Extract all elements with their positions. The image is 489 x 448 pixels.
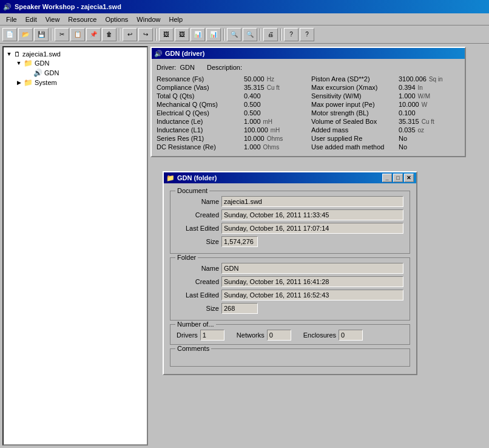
drivers-input[interactable] [200, 330, 224, 341]
doc-lastedited-input[interactable] [221, 223, 403, 234]
folder-size-input[interactable] [221, 303, 258, 314]
folder-created-label: Created [177, 278, 219, 285]
driver-left-col: Resonance (Fs) 50.000 Hz Compliance (Vas… [157, 75, 305, 151]
tree-toggle-zajecia1[interactable]: ▼ [6, 51, 12, 57]
toolbar-zoom-in[interactable]: 🔍 [227, 28, 241, 41]
toolbar-img1[interactable]: 🖼 [159, 28, 174, 41]
toolbar-redo[interactable]: ↪ [138, 28, 153, 41]
driver-header-desc: Description: [207, 64, 242, 71]
driver-field-mass: Added mass 0.035 oz [311, 126, 460, 134]
folder-titlebar: 📁 GDN (folder) _ □ ✕ [164, 172, 416, 183]
toolbar-sep4 [223, 29, 224, 41]
driver-unit-le: mH [263, 118, 273, 125]
folder-win-controls: _ □ ✕ [382, 174, 414, 182]
menu-window[interactable]: Window [133, 15, 164, 24]
toolbar-sep3 [155, 29, 157, 41]
folder-maximize-btn[interactable]: □ [393, 174, 403, 182]
toolbar-paste[interactable]: 📌 [86, 28, 101, 41]
tree-toggle-gdn[interactable]: ▼ [16, 60, 22, 66]
folder-group: Folder Name Created Last Edited Size [170, 257, 410, 321]
toolbar-save[interactable]: 💾 [34, 28, 49, 41]
toolbar-about[interactable]: ? [300, 28, 314, 41]
menu-help[interactable]: Help [165, 15, 186, 24]
doc-size-input[interactable] [221, 236, 258, 247]
driver-win-title: GDN (driver) [165, 50, 204, 57]
doc-name-input[interactable] [221, 196, 403, 207]
toolbar-img2[interactable]: 🖼 [175, 28, 189, 41]
driver-value-bl: 0.100 [399, 109, 416, 117]
driver-unit-vsb: Cu ft [422, 118, 434, 125]
driver-label-qts: Total Q (Qts) [157, 92, 241, 100]
desc-lbl: Description: [207, 64, 242, 71]
title-bar-icon: 🔊 [3, 3, 12, 11]
doc-size-label: Size [177, 238, 219, 245]
tree-toggle-system[interactable]: ▶ [16, 80, 22, 86]
tree-item-gdn-speaker[interactable]: 🔊 GDN [25, 68, 144, 78]
folder-name-input[interactable] [221, 263, 403, 274]
doc-created-row: Created [177, 209, 403, 220]
toolbar-delete[interactable]: 🗑 [102, 28, 116, 41]
driver-unit-mass: oz [418, 127, 425, 134]
driver-field-fs: Resonance (Fs) 50.000 Hz [157, 75, 305, 83]
folder-minimize-btn[interactable]: _ [382, 174, 392, 182]
driver-label-fs: Resonance (Fs) [157, 75, 241, 83]
driver-value-qms: 0.500 [244, 101, 261, 108]
driver-value-sd: 3100.006 [399, 75, 427, 83]
menu-options[interactable]: Options [101, 15, 132, 24]
driver-unit-re: Ohms [263, 144, 280, 151]
driver-field-qes: Electrical Q (Qes) 0.500 [157, 109, 305, 117]
driver-unit-xmax: In [418, 84, 423, 91]
toolbar-copy[interactable]: 📋 [70, 28, 85, 41]
driver-field-pe: Max power input (Pe) 10.000 W [311, 100, 460, 109]
menu-file[interactable]: File [2, 15, 21, 24]
document-group: Document Name Created Last Edited Si [170, 191, 410, 254]
toolbar-help[interactable]: ? [284, 28, 298, 41]
toolbar-zoom-out[interactable]: 🔍 [243, 28, 257, 41]
comments-group-title: Comments [175, 345, 211, 352]
doc-size-row: Size [177, 236, 403, 247]
networks-input[interactable] [267, 330, 291, 341]
doc-name-label: Name [177, 198, 219, 205]
toolbar-new[interactable]: 📄 [2, 28, 17, 41]
driver-value-pe: 10.000 [399, 101, 419, 108]
doc-created-input[interactable] [221, 209, 403, 220]
toolbar-cut[interactable]: ✂ [55, 28, 69, 41]
driver-value-qts: 0.400 [244, 92, 261, 100]
folder-window: 📁 GDN (folder) _ □ ✕ Document Name [163, 171, 417, 375]
document-group-title: Document [175, 187, 209, 194]
driver-titlebar: 🔊 GDN (driver) [152, 48, 465, 59]
numberof-row: Drivers Networks Enclosures [177, 330, 403, 341]
driver-grid: Resonance (Fs) 50.000 Hz Compliance (Vas… [157, 75, 460, 151]
speaker-icon-gdn: 🔊 [33, 69, 42, 77]
toolbar-open[interactable]: 📂 [18, 28, 33, 41]
driver-field-bl: Motor strength (BL) 0.100 [311, 109, 460, 117]
menu-view[interactable]: View [42, 15, 64, 24]
driver-value-re: 1.000 [244, 143, 261, 151]
toolbar-img3[interactable]: 📊 [191, 28, 205, 41]
driver-header: Driver: GDN Description: [157, 64, 460, 71]
folder-close-btn[interactable]: ✕ [404, 174, 414, 182]
drivers-label: Drivers [177, 331, 198, 339]
menu-edit[interactable]: Edit [22, 15, 41, 24]
toolbar-img4[interactable]: 📊 [206, 28, 221, 41]
driver-field-l1: Inductance (L1) 100.000 mH [157, 126, 305, 134]
folder-lastedited-input[interactable] [221, 290, 403, 300]
driver-value-qes: 0.500 [244, 109, 261, 117]
driver-unit-l1: mH [271, 127, 280, 134]
driver-label-addedmath: Use added math method [311, 143, 396, 151]
folder-created-input[interactable] [221, 276, 403, 287]
driver-label-pe: Max power input (Pe) [311, 101, 396, 108]
tree-item-zajecia1[interactable]: ▼ 🗒 zajecia1.swd [6, 50, 144, 58]
toolbar-undo[interactable]: ↩ [123, 28, 137, 41]
enclosures-input[interactable] [339, 330, 363, 341]
toolbar-print[interactable]: 🖨 [263, 28, 278, 41]
tree-item-gdn-folder[interactable]: ▼ 📁 GDN [16, 58, 144, 68]
title-bar-text: Speaker Workshop - zajecia1.swd [15, 3, 121, 10]
driver-label-sd: Piston Area (SD**2) [311, 75, 396, 83]
driver-field-addedmath: Use added math method No [311, 143, 460, 151]
driver-header-driver: Driver: GDN [157, 64, 195, 71]
folder-created-row: Created [177, 276, 403, 287]
tree-item-system[interactable]: ▶ 📁 System [16, 78, 144, 87]
tree-label-gdn-speaker: GDN [44, 69, 59, 76]
menu-resource[interactable]: Resource [64, 15, 100, 24]
